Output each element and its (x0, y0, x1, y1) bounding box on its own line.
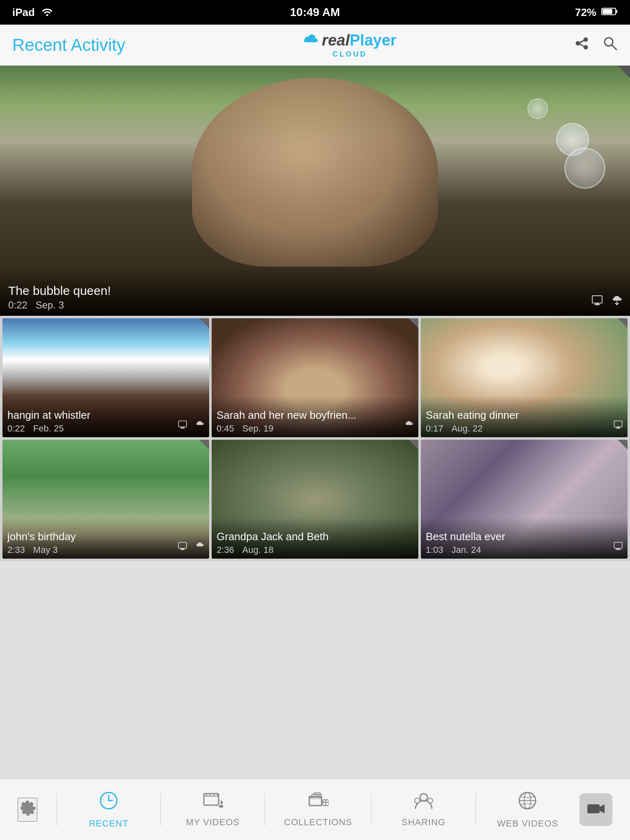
video-overlay: The bubble queen! 0:22 Sep. 3 (0, 267, 630, 316)
device-label: iPad (12, 6, 35, 19)
svg-rect-15 (178, 542, 187, 548)
svg-marker-46 (600, 804, 605, 813)
svg-marker-30 (221, 800, 223, 805)
myvideos-icon (203, 792, 223, 814)
video-title-4: john's birthday (7, 530, 204, 543)
svg-rect-8 (594, 304, 600, 305)
svg-rect-9 (178, 421, 187, 427)
webvideos-icon (517, 790, 538, 815)
time-display: 10:49 AM (290, 6, 340, 19)
corner-arrow (618, 318, 628, 328)
svg-rect-2 (616, 10, 617, 13)
svg-rect-16 (181, 548, 184, 549)
featured-video[interactable]: The bubble queen! 0:22 Sep. 3 (0, 66, 630, 316)
tab-sharing-label: SHARING (402, 817, 445, 828)
status-right: 72% (575, 6, 618, 19)
featured-video-title: The bubble queen! (8, 284, 622, 298)
tab-webvideos-label: WEB VIDEOS (497, 818, 558, 829)
video-overlay-2: Sarah and her new boyfrien... 0:45Sep. 1… (212, 396, 418, 437)
video-overlay-6: Best nutella ever 1:03Jan. 24 (421, 518, 628, 559)
recent-icon (98, 790, 119, 815)
video-card-2[interactable]: Sarah and her new boyfrien... 0:45Sep. 1… (212, 318, 418, 437)
svg-rect-6 (592, 296, 602, 303)
corner-arrow (618, 440, 628, 450)
device-icon (613, 420, 623, 433)
collections-icon (308, 792, 329, 814)
tab-sharing[interactable]: SHARING (391, 792, 457, 828)
tab-webvideos[interactable]: WEB VIDEOS (495, 790, 560, 829)
video-card-1[interactable]: hangin at whistler 0:22Feb. 25 (2, 318, 209, 437)
svg-rect-14 (616, 428, 620, 429)
svg-point-41 (428, 798, 433, 803)
tab-recent-label: RECENT (89, 818, 128, 829)
tab-myvideos[interactable]: MY VIDEOS (180, 792, 246, 828)
wifi-icon (41, 6, 53, 19)
svg-point-40 (415, 798, 420, 803)
video-meta-1: 0:22Feb. 25 (7, 423, 204, 434)
video-actions-1 (177, 420, 205, 433)
corner-arrow (409, 318, 418, 328)
svg-rect-12 (614, 421, 622, 427)
svg-rect-11 (180, 428, 185, 429)
tab-divider-4 (371, 793, 372, 826)
tab-divider-2 (160, 793, 161, 826)
video-title-2: Sarah and her new boyfrien... (217, 409, 413, 422)
video-card-6[interactable]: Best nutella ever 1:03Jan. 24 (421, 440, 628, 559)
svg-rect-3 (603, 9, 612, 14)
nav-actions (574, 35, 618, 55)
video-card-5[interactable]: Grandpa Jack and Beth 2:36Aug. 18 (212, 440, 418, 559)
tab-recent[interactable]: RECENT (76, 790, 142, 829)
share-button[interactable] (574, 35, 590, 55)
nav-bar: Recent Activity real Player CLOUD (0, 25, 630, 66)
video-card-3[interactable]: Sarah eating dinner 0:17Aug. 22 (421, 318, 628, 437)
video-grid: hangin at whistler 0:22Feb. 25 (0, 316, 630, 561)
svg-rect-19 (617, 548, 620, 549)
video-overlay-3: Sarah eating dinner 0:17Aug. 22 (421, 396, 628, 437)
corner-arrow (199, 318, 209, 328)
video-overlay-5: Grandpa Jack and Beth 2:36Aug. 18 (212, 518, 418, 559)
video-title-5: Grandpa Jack and Beth (217, 530, 413, 543)
cloud-icon (194, 541, 205, 555)
video-meta-4: 2:33May 3 (7, 545, 204, 555)
cloud-save-icon (610, 294, 623, 310)
search-button[interactable] (602, 35, 618, 55)
svg-rect-45 (587, 804, 600, 813)
video-actions-2 (404, 420, 414, 433)
svg-rect-17 (180, 549, 185, 550)
corner-arrow (618, 66, 630, 78)
sharing-icon (413, 792, 434, 814)
app-logo: real Player CLOUD (303, 32, 397, 59)
device-icon (177, 541, 188, 555)
svg-line-5 (612, 45, 616, 50)
video-actions-4 (177, 541, 205, 555)
video-title-6: Best nutella ever (426, 530, 623, 543)
status-left: iPad (12, 6, 53, 19)
tab-divider-5 (475, 793, 476, 826)
svg-rect-20 (616, 549, 620, 550)
video-card-4[interactable]: john's birthday 2:33May 3 (2, 440, 209, 559)
device-icon (177, 420, 188, 433)
video-actions-3 (613, 420, 623, 433)
svg-rect-10 (181, 427, 184, 428)
svg-point-0 (46, 14, 48, 16)
record-button[interactable] (580, 793, 612, 826)
svg-rect-7 (596, 303, 599, 304)
cloud-icon (404, 420, 414, 433)
cloud-icon (194, 420, 205, 433)
featured-video-actions (591, 294, 623, 310)
settings-button[interactable] (18, 798, 37, 822)
device-icon (613, 541, 623, 555)
video-actions-6 (613, 541, 623, 555)
tab-divider-1 (57, 793, 57, 826)
battery-icon (601, 6, 618, 19)
video-title-1: hangin at whistler (7, 409, 204, 422)
device-icon (591, 294, 604, 310)
tab-bar: RECENT MY VIDEOS (0, 778, 630, 840)
corner-arrow (409, 440, 418, 450)
video-meta-2: 0:45Sep. 19 (217, 423, 413, 434)
video-meta-5: 2:36Aug. 18 (217, 545, 413, 555)
video-meta-3: 0:17Aug. 22 (426, 423, 623, 434)
svg-point-39 (420, 794, 427, 801)
tab-collections[interactable]: COLLECTIONS (284, 792, 352, 828)
cloud-icon (303, 34, 319, 46)
